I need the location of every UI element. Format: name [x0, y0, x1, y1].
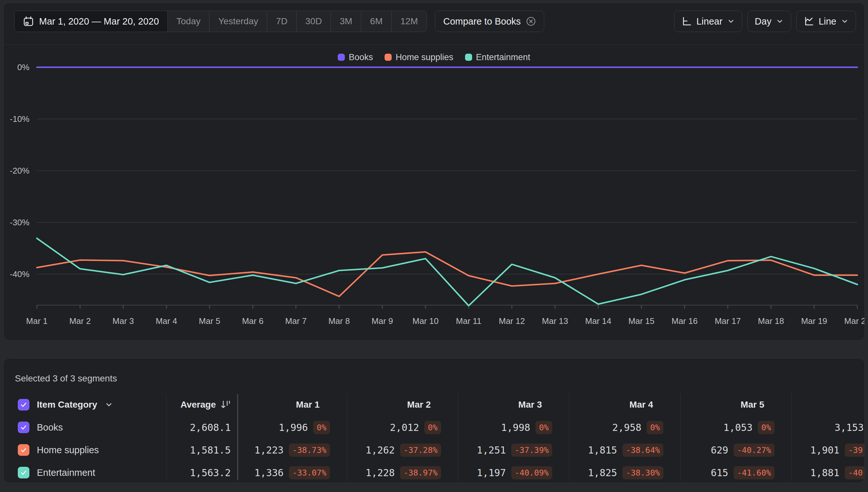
day-value: 1,998	[501, 422, 530, 433]
preset-3m[interactable]: 3M	[331, 11, 361, 32]
linear-scale-icon	[682, 16, 692, 26]
trend-chart[interactable]: 0%-10%-20%-30%-40%Mar 1Mar 2Mar 3Mar 4Ma…	[4, 45, 865, 341]
chevron-down-icon	[776, 18, 784, 25]
x-axis-tick-label: Mar 7	[285, 316, 307, 326]
day-value-cell: 1,815-38.64%	[569, 439, 680, 461]
day-value: 2,012	[390, 422, 419, 433]
day-value: 3,153	[835, 422, 864, 433]
day-column-3: Mar 31,9980%1,251-37.39%1,197-40.09%	[458, 393, 569, 481]
dashboard: { "toolbar": { "date_range": "Mar 1, 202…	[0, 0, 868, 492]
percent-change-badge: 0%	[424, 421, 441, 434]
preset-today[interactable]: Today	[168, 11, 210, 32]
scale-dropdown[interactable]: Linear	[674, 11, 742, 32]
day-column-header[interactable]: Mar 3	[458, 393, 569, 416]
day-column-header[interactable]: Mar 2	[347, 393, 458, 416]
y-axis-tick-label: -20%	[10, 166, 29, 175]
day-value-cell: 1,223-38.73%	[238, 439, 347, 461]
x-axis-tick-label: Mar 11	[456, 316, 482, 326]
percent-change-badge: -40.34%	[845, 466, 864, 479]
day-column-header[interactable]: Mar 4	[569, 393, 680, 416]
scale-dropdown-label: Linear	[696, 16, 722, 27]
granularity-dropdown-label: Day	[755, 16, 772, 27]
preset-7d[interactable]: 7D	[267, 11, 297, 32]
day-value-cell: 1,262-37.28%	[347, 439, 458, 461]
segment-checkbox[interactable]	[18, 444, 29, 456]
percent-change-badge: -40.27%	[734, 444, 774, 457]
day-column-header[interactable]: Mar 5	[681, 393, 791, 416]
average-header-row: Average	[153, 393, 231, 416]
x-axis-tick-label: Mar 14	[585, 316, 611, 326]
average-value: 1,581.5	[190, 444, 231, 456]
day-column-header[interactable]: Mar 1	[238, 393, 347, 416]
day-value: 1,228	[365, 467, 394, 478]
day-value-cell: 629-40.27%	[681, 439, 791, 461]
category-header-label[interactable]: Item Category	[37, 399, 97, 410]
preset-6m[interactable]: 6M	[361, 11, 392, 32]
x-axis-tick-label: Mar 16	[671, 316, 698, 326]
y-axis-tick-label: -30%	[10, 218, 29, 227]
day-value: 1,881	[810, 467, 839, 478]
remove-comparison-icon[interactable]	[526, 16, 536, 26]
select-all-checkbox[interactable]	[18, 399, 29, 411]
preset-30d[interactable]: 30D	[297, 11, 331, 32]
calendar-icon	[23, 16, 34, 27]
day-column-4: Mar 42,9580%1,815-38.64%1,825-38.30%	[569, 393, 680, 481]
day-column-header[interactable]	[792, 393, 864, 416]
day-value: 615	[711, 467, 728, 478]
segment-row-home-supplies: Home supplies	[18, 439, 153, 461]
average-column: Average2,608.11,581.51,563.2	[153, 393, 231, 483]
x-axis-tick-label: Mar 3	[112, 316, 134, 326]
percent-change-badge: 0%	[758, 421, 774, 434]
average-value-cell: 1,563.2	[153, 461, 231, 483]
day-columns-track: Mar 11,9960%1,223-38.73%1,336-33.07%Mar …	[238, 393, 864, 481]
percent-change-badge: 0%	[647, 421, 663, 434]
granularity-dropdown[interactable]: Day	[747, 11, 791, 32]
day-value-cell: 3,1530%	[792, 416, 864, 439]
segment-checkbox[interactable]	[18, 421, 29, 433]
chart-type-dropdown[interactable]: Line	[796, 11, 856, 32]
x-axis-tick-label: Mar 18	[758, 316, 784, 326]
date-range-button[interactable]: Mar 1, 2020 — Mar 20, 2020	[15, 11, 168, 32]
day-value-cell: 1,881-40.34%	[792, 461, 864, 481]
day-value: 1,336	[254, 467, 283, 478]
average-header-label: Average	[181, 399, 216, 410]
day-columns-scroll-area[interactable]: Mar 11,9960%1,223-38.73%1,336-33.07%Mar …	[238, 393, 864, 481]
day-column-1: Mar 11,9960%1,223-38.73%1,336-33.07%	[238, 393, 347, 481]
percent-change-badge: -33.07%	[289, 466, 330, 479]
segment-label: Books	[37, 422, 63, 433]
compare-chip[interactable]: Compare to Books	[435, 11, 544, 32]
chevron-down-icon[interactable]	[105, 400, 113, 409]
day-value-cell: 1,336-33.07%	[238, 461, 347, 481]
day-value: 1,223	[254, 444, 283, 456]
preset-yesterday[interactable]: Yesterday	[209, 11, 267, 32]
day-value: 2,958	[612, 422, 641, 433]
preset-12m[interactable]: 12M	[392, 11, 427, 32]
category-column: Item CategoryBooksHome suppliesEntertain…	[18, 393, 153, 483]
day-value-cell: 1,9960%	[238, 416, 347, 439]
day-value: 629	[711, 444, 728, 456]
segment-label: Entertainment	[37, 467, 95, 478]
category-header-row: Item Category	[18, 393, 153, 416]
day-value: 1,901	[810, 444, 839, 456]
sort-descending-icon[interactable]	[220, 399, 231, 410]
x-axis-tick-label: Mar 6	[242, 316, 263, 326]
day-column-6: 3,1530%1,901-39.71%1,881-40.34%	[791, 393, 864, 481]
preset-group: TodayYesterday7D30D3M6M12M	[168, 11, 427, 32]
x-axis-tick-label: Mar 13	[542, 316, 568, 326]
percent-change-badge: -38.64%	[622, 444, 663, 457]
date-range-control: Mar 1, 2020 — Mar 20, 2020 TodayYesterda…	[14, 11, 427, 32]
percent-change-badge: -38.73%	[289, 444, 330, 457]
day-value: 1,815	[588, 444, 617, 456]
percent-change-badge: 0%	[535, 421, 552, 434]
x-axis-tick-label: Mar 19	[801, 316, 827, 326]
day-value-cell: 2,0120%	[347, 416, 458, 439]
day-value-cell: 1,901-39.71%	[792, 439, 864, 461]
day-value-cell: 615-41.60%	[681, 461, 791, 481]
toolbar: Mar 1, 2020 — Mar 20, 2020 TodayYesterda…	[14, 11, 856, 32]
day-value-cell: 1,9980%	[458, 416, 569, 439]
average-value: 2,608.1	[190, 422, 231, 433]
day-value: 1,197	[477, 467, 506, 478]
compare-chip-label: Compare to Books	[443, 16, 520, 27]
segment-checkbox[interactable]	[18, 467, 29, 478]
percent-change-badge: -38.97%	[400, 466, 441, 479]
